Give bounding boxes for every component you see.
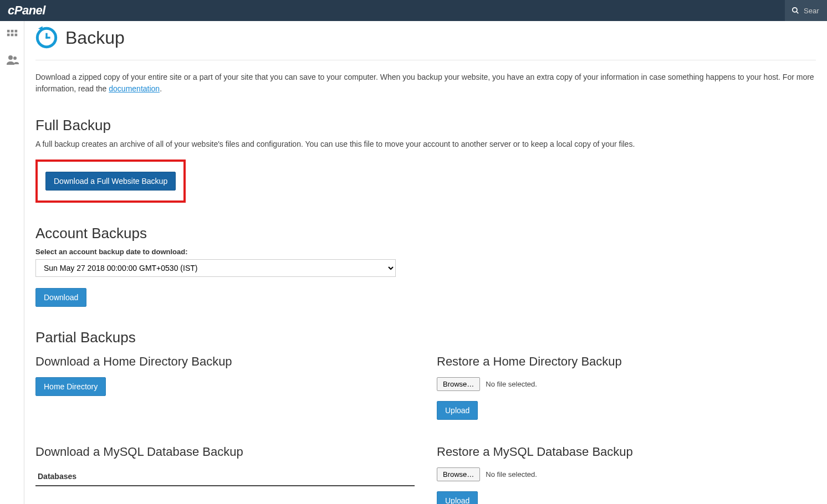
databases-table-header: Databases: [35, 467, 415, 486]
partial-backups-heading: Partial Backups: [35, 329, 816, 346]
download-home-col: Download a Home Directory Backup Home Di…: [35, 354, 415, 420]
restore-home-heading: Restore a Home Directory Backup: [437, 354, 816, 369]
restore-mysql-heading: Restore a MySQL Database Backup: [437, 445, 816, 459]
page-title: Backup: [65, 28, 125, 48]
svg-point-0: [793, 8, 797, 12]
intro-end: .: [160, 84, 162, 93]
highlight-box: Download a Full Website Backup: [35, 160, 186, 203]
svg-rect-3: [11, 30, 13, 33]
page-title-row: Backup: [35, 27, 816, 54]
full-backup-desc: A full backup creates an archive of all …: [35, 140, 816, 148]
download-mysql-col: Download a MySQL Database Backup Databas…: [35, 445, 415, 504]
download-home-heading: Download a Home Directory Backup: [35, 354, 415, 369]
account-backups-heading: Account Backups: [35, 225, 816, 242]
top-header: cPanel: [0, 0, 827, 21]
svg-rect-7: [14, 34, 17, 37]
download-mysql-heading: Download a MySQL Database Backup: [35, 445, 415, 459]
upload-mysql-button[interactable]: Upload: [437, 491, 478, 504]
restore-home-col: Restore a Home Directory Backup Browse… …: [437, 354, 816, 420]
browse-home-button[interactable]: Browse…: [437, 377, 480, 391]
sidebar: [0, 21, 24, 504]
cpanel-logo: cPanel: [8, 3, 45, 18]
documentation-link[interactable]: documentation: [109, 84, 160, 93]
search-input[interactable]: [804, 7, 820, 15]
home-directory-button[interactable]: Home Directory: [35, 377, 106, 396]
home-file-status: No file selected.: [486, 380, 537, 388]
backup-icon: [35, 27, 58, 49]
svg-point-8: [8, 55, 13, 60]
download-full-backup-button[interactable]: Download a Full Website Backup: [45, 172, 176, 191]
grid-icon[interactable]: [6, 29, 18, 43]
browse-mysql-button[interactable]: Browse…: [437, 467, 480, 481]
intro-text: Download a zipped copy of your entire si…: [35, 71, 816, 95]
svg-rect-2: [7, 30, 9, 33]
search-area: [785, 0, 827, 21]
account-backup-select[interactable]: Sun May 27 2018 00:00:00 GMT+0530 (IST): [35, 259, 396, 277]
download-button[interactable]: Download: [35, 288, 86, 307]
svg-rect-5: [7, 34, 9, 37]
full-backup-heading: Full Backup: [35, 117, 816, 134]
restore-mysql-col: Restore a MySQL Database Backup Browse… …: [437, 445, 816, 504]
svg-rect-12: [45, 37, 50, 38]
svg-rect-6: [11, 34, 13, 37]
users-icon[interactable]: [6, 53, 19, 69]
svg-rect-4: [14, 30, 17, 33]
main-content: Backup Download a zipped copy of your en…: [24, 21, 827, 504]
svg-line-1: [797, 12, 799, 14]
mysql-file-status: No file selected.: [486, 470, 537, 479]
upload-home-button[interactable]: Upload: [437, 401, 478, 420]
search-icon: [792, 7, 799, 14]
account-backup-label: Select an account backup date to downloa…: [35, 248, 816, 256]
svg-point-9: [13, 56, 17, 60]
title-divider: [35, 60, 816, 60]
